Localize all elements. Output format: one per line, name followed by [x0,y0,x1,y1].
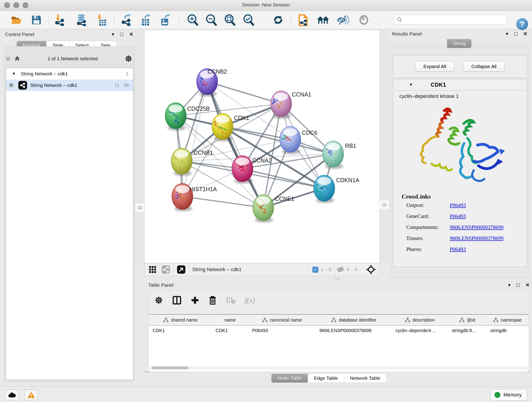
table-row[interactable]: CDK1CDK1P064939606.ENSP00000378699cyclin… [149,326,529,335]
results-panel-maximize-icon[interactable]: ☐ [514,32,518,36]
expand-all-button[interactable]: Expand All [415,61,454,71]
collapse-all-icon[interactable] [5,55,12,62]
column-header-namespac[interactable]: namespac [487,315,529,325]
table-options-gear-icon[interactable] [154,296,163,305]
right-splitter[interactable] [380,30,389,263]
crosslink-value-link[interactable]: 9606.ENSP00000378699 [450,235,504,241]
open-in-window-icon[interactable] [177,265,186,274]
zoom-out-icon[interactable] [205,13,217,26]
table-cell[interactable]: stringdb:9... [448,326,486,335]
save-session-icon[interactable] [30,13,43,26]
network-collection-row[interactable]: ▼ String Network – cdk1 1 [6,68,133,80]
tab-string[interactable]: String [447,39,472,48]
table-horizontal-scrollbar[interactable] [150,366,529,370]
zoom-fit-icon[interactable] [223,13,236,26]
node-CDKN1A[interactable]: CDKN1A [314,175,360,203]
bottom-splitter-handle[interactable] [335,277,340,280]
table-cell[interactable]: P06493 [248,326,316,335]
right-splitter-handle[interactable] [380,200,389,209]
gene-expand-arrow-icon[interactable]: ▼ [409,83,413,87]
column-header-shared-name[interactable]: shared name [149,315,212,325]
import-network-icon[interactable] [53,13,66,26]
edge-HIST1H1A-CCNE1[interactable] [182,196,263,208]
table-panel-close-icon[interactable]: ✕ [526,283,530,288]
selected-checkbox-icon[interactable]: ✓ [312,267,318,273]
node-HIST1H1A[interactable]: HIST1H1A [172,183,217,211]
table-cell[interactable]: 9606.ENSP00000378699 [316,326,392,335]
left-splitter-handle[interactable] [135,203,145,212]
delete-column-icon[interactable] [209,295,217,305]
control-panel-maximize-icon[interactable]: ☐ [120,32,124,37]
node-CDC25B[interactable]: CDC25B [165,103,210,131]
search-box[interactable] [394,15,507,25]
crosslink-row: Uniprot:P06493 [406,202,526,208]
crosslink-value-link[interactable]: P06493 [450,246,466,252]
crosslink-value-link[interactable]: P06493 [450,202,466,208]
node-CDK1[interactable]: CDK1 [212,114,249,141]
memory-button[interactable]: Memory [491,389,527,401]
tab-network-table[interactable]: Network Table [344,374,387,383]
help-icon[interactable]: ? [516,18,528,30]
node-CCNA1[interactable]: CCNA1 [271,91,311,119]
node-label-CCNE1: CCNE1 [275,196,294,202]
column-header--id[interactable]: @id [448,315,486,325]
network-canvas[interactable]: CCNB2CCNA1CDC25BCDK1CDC6RB1CCNB1CCNA2CDK… [144,30,380,263]
network-options-gear-icon[interactable] [125,55,133,63]
table-cell[interactable]: stringdb [487,326,529,335]
show-all-icon[interactable] [357,13,370,26]
node-RB1[interactable]: RB1 [323,141,356,169]
column-header-database-identifier[interactable]: database identifier [316,315,392,325]
add-column-icon[interactable] [191,296,199,305]
table-cell[interactable]: CDK1 [149,326,212,335]
hide-selected-icon[interactable] [336,13,349,26]
expand-all-icon[interactable] [14,55,21,62]
table-panel-float-icon[interactable]: ▾ [508,283,510,288]
table-cell[interactable]: CDK1 [212,326,248,335]
edge-CCNA2-CDKN1A[interactable] [242,169,324,188]
node-label-CDC6: CDC6 [302,129,317,136]
collapse-all-button[interactable]: Collapse All [463,61,505,71]
view-mode-share-icon[interactable] [162,265,170,274]
share-document-icon[interactable] [297,13,310,26]
node-label-RB1: RB1 [345,143,356,149]
table-cell[interactable]: cyclin–dependent ... [392,326,448,335]
warnings-button[interactable] [24,390,38,400]
cloud-button[interactable] [5,390,19,400]
export-network-icon[interactable] [120,13,133,26]
column-header-name[interactable]: name [212,315,248,325]
import-table-icon[interactable] [95,13,108,26]
tab-node-table[interactable]: Node Table [271,374,308,383]
network-row-selected[interactable]: String Network – cdk1 11 48 [6,80,133,91]
show-columns-icon[interactable] [172,296,181,305]
refresh-icon[interactable] [272,13,285,26]
birdseye-icon[interactable] [366,265,376,274]
node-table: shared namenamecanonical namedatabase id… [149,314,529,371]
results-panel-close-icon[interactable]: ✕ [523,32,527,36]
zoom-selected-icon[interactable] [242,13,255,26]
column-header-description[interactable]: description [392,315,448,325]
crosslink-value-link[interactable]: 9606.ENSP00000378699 [450,224,504,230]
edge-CCNB2-CCNA1[interactable] [207,82,281,104]
import-database-icon[interactable] [75,13,88,26]
control-panel-close-icon[interactable]: ✕ [129,32,133,37]
zoom-in-icon[interactable] [186,13,199,26]
column-header-canonical-name[interactable]: canonical name [248,315,316,325]
export-image-icon[interactable] [159,13,172,26]
export-table-icon[interactable] [139,13,152,26]
home-icon[interactable] [317,13,329,26]
node-CDC6[interactable]: CDC6 [280,126,317,154]
tab-edge-table[interactable]: Edge Table [308,374,344,383]
grid-mode-icon[interactable] [149,266,157,274]
scrollbar-thumb[interactable] [152,366,188,369]
left-splitter[interactable] [135,30,144,263]
table-panel-maximize-icon[interactable]: ☐ [516,283,520,287]
collection-expand-arrow-icon[interactable]: ▼ [12,71,16,76]
node-CCNA2[interactable]: CCNA2 [232,156,272,184]
control-panel-float-icon[interactable]: ▾ [112,32,114,37]
crosslink-value-link[interactable]: P06493 [450,213,466,219]
edge-CCNB2-HIST1H1A[interactable] [182,82,207,196]
network-view-toolbar: String Network – cdk1 ✓ 1 – 0 0 – 0 [144,263,380,276]
search-input[interactable] [403,17,507,23]
results-panel-float-icon[interactable]: ▾ [506,32,508,36]
open-session-icon[interactable] [11,13,23,26]
